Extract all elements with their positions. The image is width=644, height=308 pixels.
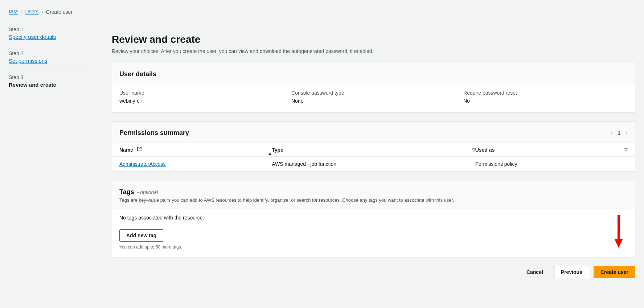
reset-label: Require password reset: [463, 90, 628, 96]
tags-title: Tags: [119, 188, 134, 196]
step-2-label: Step 2: [9, 50, 86, 56]
step-3-label: Step 3: [9, 74, 86, 80]
cancel-button[interactable]: Cancel: [520, 266, 550, 278]
breadcrumb: IAM › Users › Create user: [0, 0, 644, 18]
page-title: Review and create: [112, 34, 635, 45]
column-header-used-as[interactable]: Used as ▽: [475, 147, 628, 153]
policy-type: AWS managed - job function: [272, 161, 475, 167]
column-header-type[interactable]: Type ▽: [272, 147, 475, 153]
previous-button[interactable]: Previous: [554, 266, 589, 278]
chevron-right-icon: ›: [21, 9, 22, 15]
pagination: ‹ 1 ›: [610, 129, 628, 137]
add-new-tag-button[interactable]: Add new tag: [119, 229, 163, 242]
page-prev-icon[interactable]: ‹: [610, 129, 612, 137]
tags-optional-label: - optional: [137, 189, 158, 195]
breadcrumb-current: Create user: [46, 9, 73, 15]
permissions-title: Permissions summary: [119, 129, 189, 137]
sort-icon: ▽: [472, 147, 475, 152]
no-tags-message: No tags associated with the resource.: [119, 215, 628, 221]
sort-icon: ▽: [624, 147, 628, 152]
user-details-panel: User details User name webiny-cli Consol…: [112, 63, 635, 113]
username-value: webiny-cli: [119, 98, 284, 104]
user-details-title: User details: [119, 70, 156, 78]
breadcrumb-users[interactable]: Users: [25, 9, 39, 15]
page-description: Review your choices. After you create th…: [112, 48, 635, 54]
column-header-name[interactable]: Name: [119, 147, 272, 153]
footer-buttons: Cancel Previous Create user: [112, 266, 635, 278]
permissions-panel: Permissions summary ‹ 1 › Name Type: [112, 122, 635, 172]
permissions-table-header: Name Type ▽ Used as ▽: [112, 143, 635, 157]
table-row: AdministratorAccess AWS managed - job fu…: [112, 157, 635, 172]
tags-description: Tags are key-value pairs you can add to …: [119, 197, 628, 203]
step-2-link[interactable]: Set permissions: [9, 58, 48, 64]
step-1-link[interactable]: Specify user details: [9, 34, 56, 40]
tags-panel: Tags - optional Tags are key-value pairs…: [112, 181, 635, 257]
breadcrumb-iam[interactable]: IAM: [9, 9, 18, 15]
policy-name-link[interactable]: AdministratorAccess: [119, 161, 166, 167]
policy-used-as: Permissions policy: [475, 161, 628, 167]
step-3-current: Review and create: [9, 82, 86, 88]
username-label: User name: [119, 90, 284, 96]
create-user-button[interactable]: Create user: [594, 266, 635, 278]
chevron-right-icon: ›: [41, 9, 43, 15]
wizard-steps: Step 1 Specify user details Step 2 Set p…: [0, 18, 94, 287]
tags-limit-help: You can add up to 50 more tags.: [119, 245, 628, 250]
password-type-value: None: [291, 98, 456, 104]
sort-asc-icon: [268, 147, 272, 153]
reset-value: No: [463, 98, 628, 104]
page-next-icon[interactable]: ›: [625, 129, 628, 137]
external-link-icon: [137, 147, 142, 153]
password-type-label: Console password type: [291, 90, 456, 96]
step-1-label: Step 1: [9, 26, 86, 32]
page-number: 1: [618, 130, 620, 136]
